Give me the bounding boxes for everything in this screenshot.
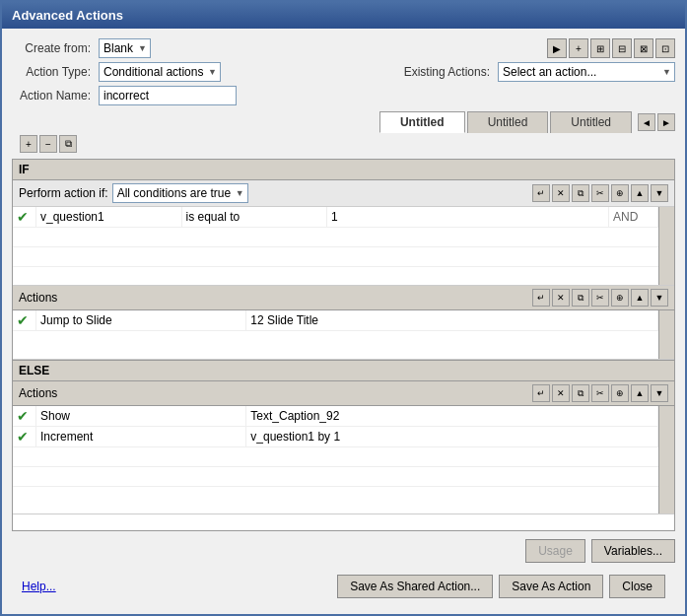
if-actions-section: Actions ↵ ✕ ⧉ ✂ ⊕ ▲ ▼ [13, 286, 674, 360]
condition-toolbar: ↵ ✕ ⧉ ✂ ⊕ ▲ ▼ [532, 184, 668, 202]
existing-actions-wrapper[interactable]: Select an action... [498, 62, 675, 82]
check-icon-0: ✔ [17, 209, 29, 225]
if-actions-scrollbar[interactable] [658, 310, 674, 359]
icon5[interactable]: ⊠ [634, 38, 653, 58]
usage-button[interactable]: Usage [525, 539, 585, 563]
tab-0[interactable]: Untitled [379, 111, 465, 133]
else-action-row-0: ✔ Show Text_Caption_92 [13, 406, 658, 427]
nav-right-icon[interactable]: ► [657, 113, 675, 131]
else-action-row-3 [13, 467, 658, 487]
act-down-icon[interactable]: ▼ [651, 289, 668, 307]
if-action-check-icon-0: ✔ [17, 312, 29, 328]
add-tab-icon[interactable]: + [20, 135, 37, 153]
remove-tab-icon[interactable]: − [39, 135, 57, 153]
main-panel: IF Perform action if: All conditions are… [12, 159, 675, 531]
icon6[interactable]: ⊡ [655, 38, 675, 58]
if-val-0: 1 [327, 207, 609, 227]
cond-down-icon[interactable]: ▼ [651, 184, 668, 202]
else-actions-toolbar: ↵ ✕ ⧉ ✂ ⊕ ▲ ▼ [532, 384, 668, 402]
create-from-label: Create from: [12, 41, 91, 55]
action-name-input[interactable]: incorrect [99, 86, 237, 105]
cond-cut-icon[interactable]: ✂ [591, 184, 609, 202]
icon4[interactable]: ⊟ [612, 38, 632, 58]
else-actions-section: Actions ↵ ✕ ⧉ ✂ ⊕ ▲ ▼ [13, 381, 674, 514]
else-action-target-1: v_question1 by 1 [246, 427, 658, 446]
act-up-icon[interactable]: ▲ [631, 289, 649, 307]
add-icon[interactable]: + [569, 38, 588, 58]
footer-left: Help... [22, 580, 56, 593]
tabs-container: Untitled Untitled Untitled ◄ ► + − ⧉ [12, 111, 675, 153]
else-header: ELSE [13, 360, 674, 381]
else-action-name-1: Increment [36, 427, 246, 446]
if-actions-grid: ✔ Jump to Slide 12 Slide Title [13, 310, 674, 360]
if-scrollbar[interactable] [658, 207, 674, 285]
title-bar: Advanced Actions [2, 2, 685, 29]
act-copy-icon[interactable]: ⧉ [572, 289, 589, 307]
existing-actions-select[interactable]: Select an action... [498, 62, 675, 82]
cond-paste-icon[interactable]: ⊕ [611, 184, 629, 202]
play-icon[interactable]: ▶ [547, 38, 567, 58]
footer-right: Save As Shared Action... Save As Action … [337, 575, 665, 598]
else-actions-label: Actions [19, 386, 57, 400]
else-insert-icon[interactable]: ↵ [532, 384, 550, 402]
if-row-1 [13, 228, 658, 247]
copy-tab-icon[interactable]: ⧉ [59, 135, 77, 153]
nav-left-icon[interactable]: ◄ [638, 113, 655, 131]
save-as-shared-button[interactable]: Save As Shared Action... [337, 575, 493, 598]
else-paste-icon[interactable]: ⊕ [611, 384, 629, 402]
if-row-3 [13, 267, 658, 287]
if-action-target-0: 12 Slide Title [246, 310, 658, 330]
act-cut-icon[interactable]: ✂ [591, 289, 609, 307]
action-type-select[interactable]: Conditional actions [99, 62, 221, 82]
condition-select[interactable]: All conditions are true [112, 183, 248, 203]
existing-actions-label: Existing Actions: [404, 65, 490, 79]
condition-bar: Perform action if: All conditions are tr… [13, 180, 674, 207]
else-delete-icon[interactable]: ✕ [552, 384, 570, 402]
cond-delete-icon[interactable]: ✕ [552, 184, 570, 202]
action-type-wrapper[interactable]: Conditional actions [99, 62, 221, 82]
tab-2[interactable]: Untitled [550, 111, 632, 133]
if-actions-content: ✔ Jump to Slide 12 Slide Title [13, 310, 658, 359]
if-grid: ✔ v_question1 is equal to 1 AND [13, 207, 674, 286]
else-down-icon[interactable]: ▼ [651, 384, 668, 402]
save-as-action-button[interactable]: Save As Action [499, 575, 603, 598]
else-action-check-0: ✔ [13, 406, 36, 426]
window-title: Advanced Actions [12, 8, 123, 23]
else-actions-header: Actions ↵ ✕ ⧉ ✂ ⊕ ▲ ▼ [13, 381, 674, 406]
if-logic-0: AND [609, 207, 658, 227]
else-cut-icon[interactable]: ✂ [591, 384, 609, 402]
action-type-label: Action Type: [12, 65, 91, 79]
variables-button[interactable]: Variables... [591, 539, 675, 563]
else-up-icon[interactable]: ▲ [631, 384, 649, 402]
else-check-icon-1: ✔ [17, 429, 29, 445]
else-scrollbar[interactable] [658, 406, 674, 513]
if-action-row-1 [13, 331, 658, 351]
advanced-actions-window: Advanced Actions Create from: Blank Acti… [0, 0, 687, 616]
else-action-target-0: Text_Caption_92 [246, 406, 658, 426]
else-actions-content: ✔ Show Text_Caption_92 ✔ Increment v_que… [13, 406, 658, 513]
tab-1[interactable]: Untitled [467, 111, 549, 133]
copy-slide-icon[interactable]: ⊞ [590, 38, 610, 58]
else-copy-icon[interactable]: ⧉ [572, 384, 589, 402]
top-toolbar: ▶ + ⊞ ⊟ ⊠ ⊡ [547, 38, 675, 58]
action-type-row: Action Type: Conditional actions [12, 62, 237, 82]
cond-copy-icon[interactable]: ⧉ [572, 184, 589, 202]
close-button[interactable]: Close [609, 575, 665, 598]
if-row-2 [13, 247, 658, 267]
cond-insert-icon[interactable]: ↵ [532, 184, 550, 202]
else-check-icon-0: ✔ [17, 408, 29, 424]
condition-select-wrapper[interactable]: All conditions are true [112, 183, 248, 203]
create-from-wrapper[interactable]: Blank [99, 38, 151, 58]
act-delete-icon[interactable]: ✕ [552, 289, 570, 307]
cond-up-icon[interactable]: ▲ [631, 184, 649, 202]
act-paste-icon[interactable]: ⊕ [611, 289, 629, 307]
act-insert-icon[interactable]: ↵ [532, 289, 550, 307]
help-link[interactable]: Help... [22, 580, 56, 593]
create-from-select[interactable]: Blank [99, 38, 151, 58]
content-area: Create from: Blank Action Type: Conditio… [2, 29, 685, 614]
else-action-row-2 [13, 447, 658, 467]
tabs-row: Untitled Untitled Untitled [379, 111, 634, 133]
if-row-0: ✔ v_question1 is equal to 1 AND [13, 207, 658, 228]
if-action-name-0: Jump to Slide [36, 310, 246, 330]
middle-button-bar: Usage Variables... [12, 539, 675, 563]
